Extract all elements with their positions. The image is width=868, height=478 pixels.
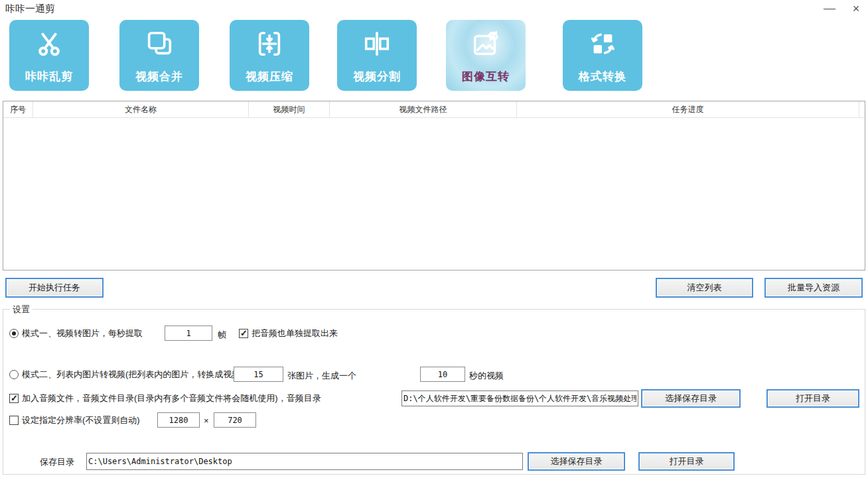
close-button[interactable]: × — [847, 1, 865, 18]
tool-button-video-merge[interactable]: 视频合并 — [119, 20, 199, 91]
tool-button-format-convert[interactable]: 格式转换 — [563, 20, 642, 91]
mode2-radio[interactable] — [9, 370, 19, 379]
start-task-button[interactable]: 开始执行任务 — [5, 278, 104, 298]
resolution-height-input[interactable] — [214, 412, 256, 428]
format-convert-icon — [585, 27, 620, 61]
mode2-label[interactable]: 模式二、列表内图片转视频(把列表内的图片，转换成视频)，每 — [22, 369, 261, 381]
tool-button-random-cut[interactable]: 咔咔乱剪 — [9, 20, 89, 91]
tool-button-label: 视频合并 — [135, 69, 183, 84]
scissors-icon — [32, 27, 66, 61]
audio-choose-dir-button[interactable]: 选择保存目录 — [641, 389, 741, 408]
tool-button-label: 图像互转 — [462, 69, 510, 84]
titlebar: 咔咔一通剪 — × — [0, 0, 868, 19]
column-header-filler — [859, 101, 865, 117]
add-audio-checkbox[interactable] — [9, 394, 19, 403]
images-per-video-input[interactable] — [234, 367, 283, 382]
save-open-dir-button[interactable]: 打开目录 — [638, 452, 735, 471]
video-split-icon — [360, 27, 394, 61]
tool-button-label: 视频分割 — [353, 69, 401, 84]
set-resolution-label[interactable]: 设定指定分辨率(不设置则自动) — [22, 414, 140, 426]
column-header-progress[interactable]: 任务进度 — [517, 101, 859, 117]
save-choose-dir-button[interactable]: 选择保存目录 — [528, 452, 625, 471]
settings-group-title: 设置 — [10, 304, 33, 316]
mode2-mid-label: 张图片，生成一个 — [287, 370, 356, 382]
minimize-button[interactable]: — — [820, 1, 839, 18]
resolution-width-input[interactable] — [157, 412, 200, 428]
save-dir-label: 保存目录 — [40, 456, 74, 468]
tool-button-label: 咔咔乱剪 — [25, 69, 73, 84]
image-convert-icon — [469, 27, 503, 61]
file-table-body[interactable] — [3, 118, 865, 270]
audio-open-dir-button[interactable]: 打开目录 — [766, 389, 859, 408]
video-merge-icon — [142, 27, 177, 61]
app-window: 咔咔一通剪 — × 咔咔乱剪 — [0, 0, 868, 478]
extract-audio-row: 把音频也单独提取出来 — [239, 325, 868, 342]
clear-list-button[interactable]: 清空列表 — [656, 278, 753, 298]
add-audio-label[interactable]: 加入音频文件，音频文件目录(目录内有多个音频文件将会随机使用)，音频目录 — [22, 392, 321, 404]
video-compress-icon — [252, 27, 287, 61]
audio-directory-input[interactable] — [401, 390, 638, 406]
window-title: 咔咔一通剪 — [5, 3, 55, 15]
file-table: 序号 文件名称 视频时间 视频文件路径 任务进度 — [3, 101, 865, 270]
column-header-duration[interactable]: 视频时间 — [249, 101, 330, 117]
mode2-suffix-label: 秒的视频 — [469, 370, 504, 382]
tool-button-image-convert[interactable]: 图像互转 — [446, 20, 526, 91]
mode1-label[interactable]: 模式一、视频转图片，每秒提取 — [22, 328, 143, 339]
column-header-index[interactable]: 序号 — [3, 101, 33, 117]
resolution-row: 设定指定分辨率(不设置则自动) — [9, 412, 868, 429]
tool-button-video-compress[interactable]: 视频压缩 — [230, 20, 309, 91]
file-table-header: 序号 文件名称 视频时间 视频文件路径 任务进度 — [3, 101, 865, 118]
extract-audio-label[interactable]: 把音频也单独提取出来 — [252, 328, 338, 339]
mode1-radio[interactable] — [9, 329, 19, 338]
mode1-suffix-label: 帧 — [218, 329, 226, 341]
resolution-separator: × — [204, 416, 209, 426]
tool-button-label: 视频压缩 — [246, 69, 293, 84]
save-directory-input[interactable] — [86, 453, 523, 470]
batch-import-button[interactable]: 批量导入资源 — [764, 278, 863, 298]
tool-button-label: 格式转换 — [579, 69, 626, 84]
video-seconds-input[interactable] — [420, 367, 465, 382]
extract-audio-checkbox[interactable] — [239, 329, 248, 338]
column-header-filepath[interactable]: 视频文件路径 — [330, 101, 517, 117]
set-resolution-checkbox[interactable] — [9, 416, 19, 425]
frames-per-second-input[interactable] — [165, 326, 212, 341]
tool-button-video-split[interactable]: 视频分割 — [337, 20, 417, 91]
column-header-filename[interactable]: 文件名称 — [33, 101, 249, 117]
